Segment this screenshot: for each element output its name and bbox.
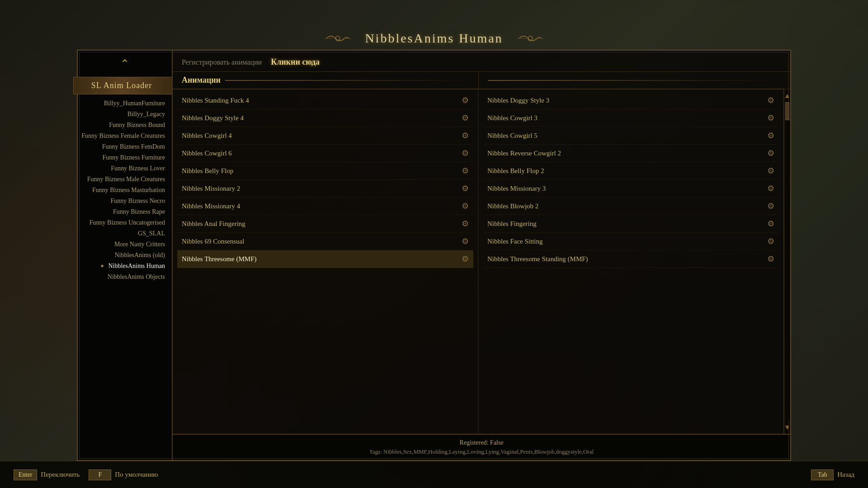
anim-item-left-0[interactable]: Nibbles Standing Fuck 4 ⚙	[177, 92, 473, 109]
anim-item-left-2[interactable]: Nibbles Cowgirl 4 ⚙	[177, 127, 473, 145]
anim-item-left-3[interactable]: Nibbles Cowgirl 6 ⚙	[177, 145, 473, 162]
sidebar-item-12[interactable]: GS_SLAL	[78, 228, 172, 239]
enter-key-label: Enter	[14, 469, 37, 480]
anim-icon-right-6: ⚙	[767, 201, 774, 211]
anim-icon-right-5: ⚙	[767, 183, 774, 193]
sidebar-item-2[interactable]: Funny Bizness Bound	[78, 120, 172, 131]
sidebar-item-11[interactable]: Funny Bizness Uncatogerised	[78, 217, 172, 228]
sidebar-item-9[interactable]: Funny Bizness Necro	[78, 196, 172, 206]
right-list-column[interactable]: Nibbles Doggy Style 3 ⚙ Nibbles Cowgirl …	[478, 89, 784, 434]
anim-icon-left-9: ⚙	[462, 254, 469, 264]
anim-icon-right-9: ⚙	[767, 254, 774, 264]
anim-icon-left-3: ⚙	[462, 148, 469, 158]
hotkey-left-group: Enter Переключить F По умолчанию	[14, 469, 158, 480]
scroll-track[interactable]	[784, 102, 790, 421]
anim-item-left-6[interactable]: Nibbles Missionary 4 ⚙	[177, 197, 473, 215]
anim-icon-right-2: ⚙	[767, 131, 774, 141]
anim-item-right-8[interactable]: Nibbles Face Sitting ⚙	[483, 233, 779, 250]
anim-label-right-1: Nibbles Cowgirl 3	[487, 114, 538, 122]
sidebar-item-4[interactable]: Funny Bizness FemDom	[78, 141, 172, 152]
anims-label: Анимации	[182, 75, 221, 85]
tags-text: Tags: Nibbles,Sex,MMF,Holding,Laying,Lov…	[182, 448, 781, 455]
sidebar: ⌃ SL Anim Loader Billyy_HumanFurniture B…	[78, 51, 173, 460]
window-title: NibblesAnims Human	[351, 31, 516, 46]
anim-label-left-2: Nibbles Cowgirl 4	[182, 132, 232, 140]
header-divider-right	[488, 80, 775, 81]
sidebar-item-16[interactable]: NibblesAnims Objects	[78, 272, 172, 282]
sidebar-item-1[interactable]: Billyy_Legacy	[78, 109, 172, 120]
anim-label-left-0: Nibbles Standing Fuck 4	[182, 97, 249, 104]
anim-label-left-5: Nibbles Missionary 2	[182, 185, 240, 192]
sidebar-item-3[interactable]: Funny Bizness Female Creatures	[78, 131, 172, 141]
title-bar: NibblesAnims Human	[77, 27, 791, 50]
anim-label-right-2: Nibbles Cowgirl 5	[487, 132, 538, 140]
anim-label-right-3: Nibbles Reverse Cowgirl 2	[487, 150, 561, 157]
columns-area: Nibbles Standing Fuck 4 ⚙ Nibbles Doggy …	[173, 89, 790, 434]
anim-label-left-3: Nibbles Cowgirl 6	[182, 150, 232, 157]
anim-item-left-7[interactable]: Nibbles Anal Fingering ⚙	[177, 215, 473, 233]
content-area: Регистрировать анимации Кликни сюда Аним…	[173, 51, 790, 460]
tab-key-label: Tab	[811, 469, 834, 480]
sidebar-item-10[interactable]: Funny Bizness Rape	[78, 206, 172, 217]
main-panel: ⌃ SL Anim Loader Billyy_HumanFurniture B…	[77, 50, 791, 461]
sidebar-title: SL Anim Loader	[73, 77, 172, 94]
sidebar-item-label-15: NibblesAnims Human	[108, 263, 165, 269]
anim-item-left-5[interactable]: Nibbles Missionary 2 ⚙	[177, 180, 473, 197]
hotkey-tab: Tab Назад	[811, 469, 854, 480]
sidebar-item-5[interactable]: Funny Bizness Furniture	[78, 152, 172, 163]
anim-icon-left-8: ⚙	[462, 236, 469, 246]
anim-item-left-8[interactable]: Nibbles 69 Consensual ⚙	[177, 233, 473, 250]
sidebar-item-6[interactable]: Funny Bizness Lover	[78, 163, 172, 174]
anim-label-left-7: Nibbles Anal Fingering	[182, 220, 245, 228]
anim-item-right-7[interactable]: Nibbles Fingering ⚙	[483, 215, 779, 233]
anim-item-left-4[interactable]: Nibbles Belly Flop ⚙	[177, 162, 473, 180]
sidebar-item-label-14: NibblesAnims (old)	[114, 252, 165, 258]
sidebar-scroll-up[interactable]: ⌃	[78, 55, 172, 77]
anim-item-right-4[interactable]: Nibbles Belly Flop 2 ⚙	[483, 162, 779, 180]
anim-item-right-3[interactable]: Nibbles Reverse Cowgirl 2 ⚙	[483, 145, 779, 162]
left-list-column[interactable]: Nibbles Standing Fuck 4 ⚙ Nibbles Doggy …	[173, 89, 478, 434]
anim-item-right-1[interactable]: Nibbles Cowgirl 3 ⚙	[483, 109, 779, 127]
scroll-up-arrow[interactable]: ▲	[782, 89, 790, 102]
click-here-button[interactable]: Кликни сюда	[271, 57, 320, 67]
registered-status: Registered: False	[182, 439, 781, 446]
anim-item-right-0[interactable]: Nibbles Doggy Style 3 ⚙	[483, 92, 779, 109]
register-label: Регистрировать анимации	[182, 58, 262, 66]
anim-item-left-9[interactable]: Nibbles Threesome (MMF) ⚙	[177, 250, 473, 268]
anim-item-right-6[interactable]: Nibbles Blowjob 2 ⚙	[483, 197, 779, 215]
scrollbar[interactable]: ▲ ▼	[784, 89, 790, 434]
anim-label-right-5: Nibbles Missionary 3	[487, 185, 546, 192]
sidebar-item-label-9: Funny Bizness Necro	[110, 197, 165, 204]
anim-item-right-2[interactable]: Nibbles Cowgirl 5 ⚙	[483, 127, 779, 145]
sidebar-item-14[interactable]: NibblesAnims (old)	[78, 250, 172, 261]
anim-label-right-9: Nibbles Threesome Standing (MMF)	[487, 255, 588, 263]
sidebar-item-13[interactable]: More Nasty Critters	[78, 239, 172, 250]
right-column-header	[478, 72, 784, 89]
anim-item-right-5[interactable]: Nibbles Missionary 3 ⚙	[483, 180, 779, 197]
sidebar-item-label-5: Funny Bizness Furniture	[103, 154, 165, 161]
sidebar-item-7[interactable]: Funny Bizness Male Creatures	[78, 174, 172, 185]
anim-item-left-1[interactable]: Nibbles Doggy Style 4 ⚙	[177, 109, 473, 127]
sidebar-item-15[interactable]: ✦ NibblesAnims Human	[78, 261, 172, 272]
anim-icon-left-0: ⚙	[462, 95, 469, 105]
scroll-down-arrow[interactable]: ▼	[782, 421, 790, 434]
anims-header-left: Анимации	[173, 72, 478, 89]
sidebar-item-label-13: More Nasty Critters	[114, 241, 165, 248]
sidebar-item-label-2: Funny Bizness Bound	[109, 122, 165, 128]
anim-icon-right-4: ⚙	[767, 166, 774, 176]
anim-icon-left-1: ⚙	[462, 113, 469, 123]
hotkey-f: F По умолчанию	[89, 469, 158, 480]
hotkey-bar: Enter Переключить F По умолчанию Tab Наз…	[0, 461, 868, 488]
sidebar-item-label-8: Funny Bizness Masturbation	[92, 187, 165, 193]
anim-icon-left-6: ⚙	[462, 201, 469, 211]
anim-label-right-0: Nibbles Doggy Style 3	[487, 97, 549, 104]
anim-label-left-1: Nibbles Doggy Style 4	[182, 114, 244, 122]
f-key-desc: По умолчанию	[115, 471, 158, 479]
header-divider-left	[225, 80, 469, 81]
sidebar-item-label-7: Funny Bizness Male Creatures	[87, 176, 165, 183]
sidebar-item-8[interactable]: Funny Bizness Masturbation	[78, 185, 172, 196]
sidebar-item-0[interactable]: Billyy_HumanFurniture	[78, 98, 172, 109]
anim-item-right-9[interactable]: Nibbles Threesome Standing (MMF) ⚙	[483, 250, 779, 268]
scroll-thumb[interactable]	[785, 102, 789, 120]
sidebar-item-label-1: Billyy_Legacy	[127, 111, 165, 117]
